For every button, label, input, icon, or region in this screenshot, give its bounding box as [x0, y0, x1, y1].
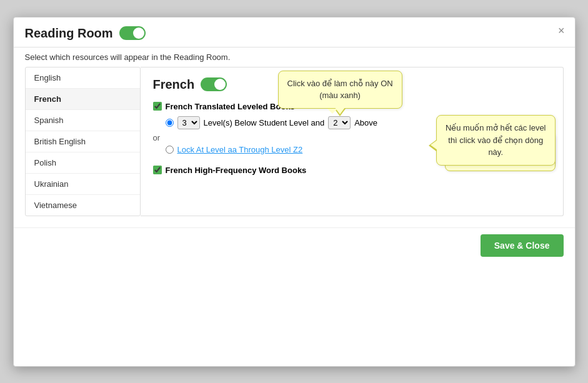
tooltip3-tail-inner [431, 140, 437, 150]
french-toggle[interactable] [201, 77, 227, 91]
modal-footer: Save & Close [14, 227, 575, 263]
or-text: or [153, 133, 161, 142]
tooltip-level: Nếu muốn mở hết các level thì click vào … [436, 115, 556, 166]
language-sidebar: English French Spanish British English P… [25, 67, 141, 216]
level-radio[interactable] [166, 119, 174, 127]
level-above-text: Above [354, 118, 377, 127]
tooltip3-line1: Nếu muốn mở hết các level [446, 123, 546, 132]
modal-subtitle: Select which resources will appear in th… [14, 47, 575, 67]
below-level-select[interactable]: 3 1 2 4 5 [177, 116, 200, 129]
tooltip3-line2: thì click vào để chọn dòng [448, 136, 543, 145]
toggle-thumb [133, 27, 144, 39]
tooltip1-tail-inner [335, 107, 345, 114]
tooltip3-line3: này. [488, 147, 503, 157]
sidebar-item-french[interactable]: French [26, 89, 140, 110]
french-toggle-thumb [214, 79, 226, 90]
save-close-button[interactable]: Save & Close [481, 234, 564, 257]
modal-title: Reading Room [25, 26, 113, 41]
sidebar-item-vietnamese[interactable]: Vietnamese [26, 195, 140, 216]
sidebar-item-spanish[interactable]: Spanish [26, 110, 140, 131]
word-books-text: French High-Frequency Word Books [166, 166, 307, 175]
tooltip1-line1: Click vào để làm chỗ này ON [287, 79, 393, 88]
lock-level-text: Lock At Level aa Through Level Z2 [177, 145, 303, 154]
word-books-checkbox[interactable] [153, 166, 162, 174]
leveled-books-text: French Translated Leveled Books [166, 102, 295, 111]
modal-header: Reading Room × [14, 17, 575, 47]
french-toggle-track [201, 77, 227, 91]
sidebar-item-english[interactable]: English [26, 67, 140, 89]
modal: Reading Room × Select which resources wi… [13, 17, 576, 367]
reading-room-toggle[interactable] [119, 26, 146, 40]
lock-radio[interactable] [166, 146, 174, 154]
content-panel: Click vào để làm chỗ này ON (màu xanh) T… [141, 67, 564, 216]
level-below-text: Level(s) Below Student Level and [204, 118, 325, 127]
modal-body: English French Spanish British English P… [14, 67, 575, 227]
sidebar-item-ukrainian[interactable]: Ukrainian [26, 174, 140, 195]
tooltip1-line2: (màu xanh) [319, 91, 361, 100]
sidebar-item-polish[interactable]: Polish [26, 152, 140, 174]
close-button[interactable]: × [558, 25, 565, 36]
leveled-books-checkbox[interactable] [153, 102, 162, 111]
sidebar-item-british-english[interactable]: British English [26, 131, 140, 152]
tooltip-toggle: Click vào để làm chỗ này ON (màu xanh) [278, 71, 402, 109]
content-lang-title: French [153, 77, 195, 92]
toggle-track [119, 26, 146, 40]
